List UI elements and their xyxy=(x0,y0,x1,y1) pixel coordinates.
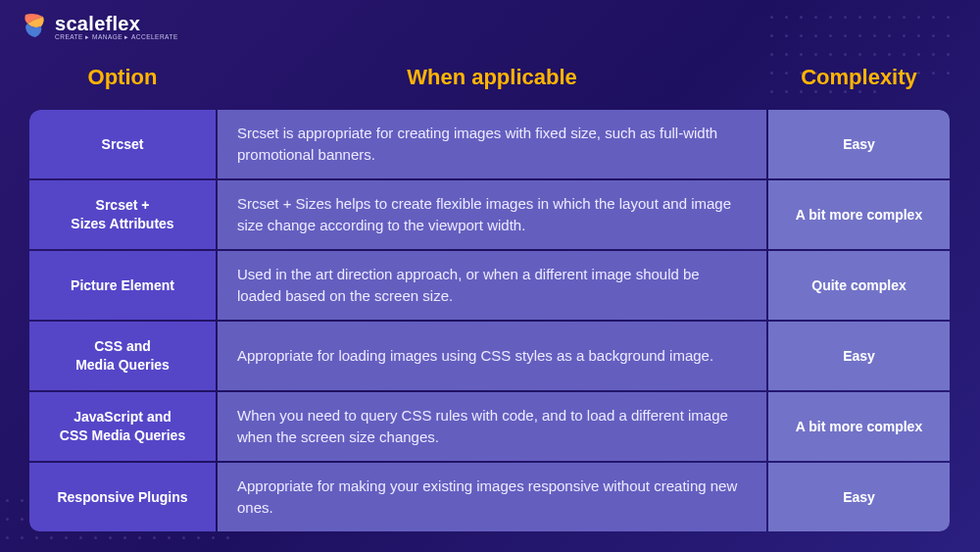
cell-option: JavaScript andCSS Media Queries xyxy=(29,392,216,461)
cell-complexity: A bit more complex xyxy=(768,180,950,249)
cell-description: Used in the art direction approach, or w… xyxy=(218,251,766,320)
table-body: Srcset Srcset is appropriate for creatin… xyxy=(29,110,951,533)
cell-description: Srcset is appropriate for creating image… xyxy=(218,110,766,178)
cell-option: CSS andMedia Queries xyxy=(29,322,216,390)
cell-complexity: Easy xyxy=(768,463,950,531)
header-complexity: Complexity xyxy=(768,59,950,100)
table-row: Srcset Srcset is appropriate for creatin… xyxy=(29,110,951,178)
table-row: Srcset +Sizes Attributes Srcset + Sizes … xyxy=(29,180,951,249)
logo-mark-icon xyxy=(22,12,47,41)
brand-text-block: scaleflex CREATE ▸ MANAGE ▸ ACCELERATE xyxy=(55,13,178,41)
brand-logo: scaleflex CREATE ▸ MANAGE ▸ ACCELERATE xyxy=(22,12,178,41)
table-row: JavaScript andCSS Media Queries When you… xyxy=(29,392,951,461)
cell-description: Appropriate for making your existing ima… xyxy=(218,463,766,531)
cell-description: When you need to query CSS rules with co… xyxy=(218,392,766,461)
cell-complexity: A bit more complex xyxy=(768,392,950,461)
header-when-applicable: When applicable xyxy=(218,59,766,100)
brand-name: scaleflex xyxy=(55,13,178,35)
header-option: Option xyxy=(29,59,216,100)
table-row: Picture Element Used in the art directio… xyxy=(29,251,951,320)
cell-option: Picture Element xyxy=(29,251,216,320)
cell-option: Srcset +Sizes Attributes xyxy=(29,180,216,249)
cell-complexity: Quite complex xyxy=(768,251,950,320)
cell-option: Srcset xyxy=(29,110,216,178)
table-row: CSS andMedia Queries Appropriate for loa… xyxy=(29,322,951,390)
cell-description: Appropriate for loading images using CSS… xyxy=(218,322,766,390)
table-row: Responsive Plugins Appropriate for makin… xyxy=(29,463,951,531)
cell-complexity: Easy xyxy=(768,322,950,390)
cell-option: Responsive Plugins xyxy=(29,463,216,531)
table-header-row: Option When applicable Complexity xyxy=(29,59,951,100)
cell-description: Srcset + Sizes helps to create flexible … xyxy=(218,180,766,249)
comparison-table: Option When applicable Complexity Srcset… xyxy=(29,59,951,533)
cell-complexity: Easy xyxy=(768,110,950,178)
brand-tagline: CREATE ▸ MANAGE ▸ ACCELERATE xyxy=(55,33,178,41)
